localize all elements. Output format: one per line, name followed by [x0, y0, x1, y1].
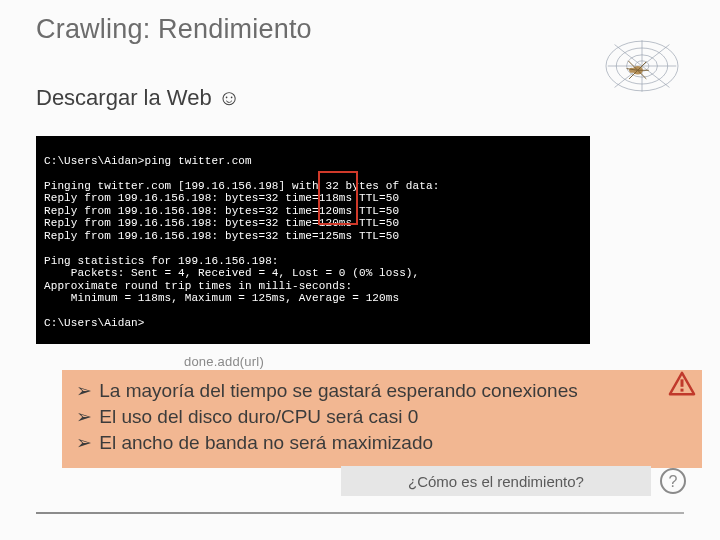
chevron-icon: ➢: [76, 378, 94, 404]
terminal-line: C:\Users\Aidan>ping twitter.com: [44, 155, 252, 167]
chevron-icon: ➢: [76, 404, 94, 430]
highlight-box-times: [318, 171, 358, 225]
terminal-line: Ping statistics for 199.16.156.198:: [44, 255, 279, 267]
terminal-line: Approximate round trip times in milli-se…: [44, 280, 352, 292]
terminal-line: Minimum = 118ms, Maximum = 125ms, Averag…: [44, 292, 399, 304]
warning-icon: [668, 371, 696, 397]
smiley-icon: ☺: [218, 85, 240, 110]
callout-text: El ancho de banda no será maximizado: [99, 432, 433, 453]
divider: [36, 512, 684, 514]
page-title: Crawling: Rendimiento: [36, 14, 684, 45]
terminal-output: C:\Users\Aidan>ping twitter.com Pinging …: [36, 136, 590, 344]
footer-question-box: ¿Cómo es el rendimiento?: [341, 466, 651, 496]
terminal-line: Reply from 199.16.156.198: bytes=32 time…: [44, 230, 399, 242]
terminal-line: Packets: Sent = 4, Received = 4, Lost = …: [44, 267, 419, 279]
callout-item: ➢ La mayoría del tiempo se gastará esper…: [76, 378, 688, 404]
spider-web-icon: [594, 36, 690, 96]
callout-text: La mayoría del tiempo se gastará esperan…: [99, 380, 577, 401]
question-icon: ?: [658, 466, 688, 496]
background-code-fragment: done.add(url): [184, 354, 264, 369]
terminal-line: Pinging twitter.com [199.16.156.198] wit…: [44, 180, 439, 192]
subtitle-text: Descargar la Web: [36, 85, 212, 110]
callout-box: ➢ La mayoría del tiempo se gastará esper…: [62, 370, 702, 468]
footer-question-text: ¿Cómo es el rendimiento?: [408, 473, 584, 490]
svg-rect-18: [681, 389, 684, 392]
question-glyph: ?: [669, 473, 678, 490]
terminal-line: C:\Users\Aidan>: [44, 317, 145, 329]
chevron-icon: ➢: [76, 430, 94, 456]
callout-item: ➢ El uso del disco duro/CPU será casi 0: [76, 404, 688, 430]
svg-point-9: [629, 68, 634, 73]
callout-item: ➢ El ancho de banda no será maximizado: [76, 430, 688, 456]
callout-text: El uso del disco duro/CPU será casi 0: [99, 406, 418, 427]
svg-rect-17: [681, 379, 684, 386]
subtitle: Descargar la Web ☺: [36, 85, 684, 111]
